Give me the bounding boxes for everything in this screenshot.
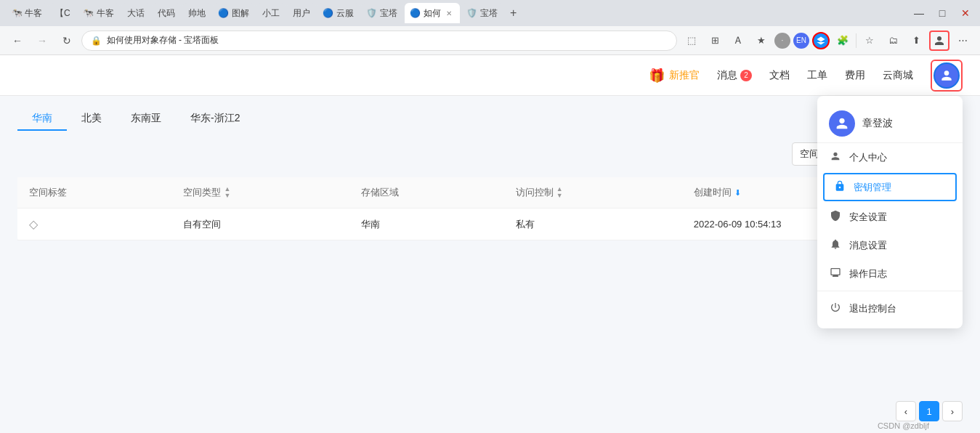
forward-button[interactable]: → — [32, 31, 52, 51]
region-tab-sea[interactable]: 东南亚 — [116, 108, 176, 131]
share-icon[interactable]: ⬆ — [906, 31, 926, 51]
col-header-access: 访问控制 ▲▼ — [504, 177, 682, 209]
extension-blue-icon[interactable] — [812, 32, 830, 49]
toolbar-icons: ⬚ ⊞ Ꭺ ★ · EN 🧩 ☆ 🗂 ⬆ ⋯ — [681, 31, 973, 51]
more-button[interactable]: ⋯ — [952, 31, 973, 51]
region-tab-south[interactable]: 华南 — [17, 108, 67, 131]
minimize-button[interactable]: — — [910, 4, 928, 22]
tab-ruhe[interactable]: 🔵 如何 ✕ — [405, 3, 460, 23]
tab-icon-niuke2: 🐄 — [84, 8, 94, 18]
pagination: ‹ 1 › — [896, 401, 963, 421]
lock-icon — [833, 180, 846, 194]
user-dropdown-menu: 章登波 个人中心 密钥管理 安全设置 — [817, 96, 963, 328]
address-bar[interactable]: 🔒 如何使用对象存储 - 宝塔面板 — [81, 31, 677, 51]
nav-message[interactable]: 消息 2 — [717, 69, 752, 82]
profile-nav-button[interactable] — [934, 62, 960, 89]
toolbar-divider — [856, 33, 857, 48]
favorites-icon[interactable]: ☆ — [859, 31, 880, 51]
tab-daima[interactable]: 代码 — [152, 3, 181, 23]
window-controls: — □ ✕ — [910, 4, 974, 22]
message-badge: 2 — [740, 70, 752, 81]
nav-store[interactable]: 云商城 — [883, 69, 913, 82]
sort-created-icon[interactable]: ⬇ — [734, 188, 741, 198]
col-header-tag: 空间标签 — [17, 177, 171, 209]
diamond-icon: ◇ — [29, 218, 38, 230]
power-icon — [829, 302, 842, 315]
tab-yunfu[interactable]: 🔵 云服 — [317, 3, 360, 23]
tab-bar: 🐄 牛客 【C 🐄 牛客 大话 代码 帅地 🔵 图解 小工 用户 🔵 — [0, 0, 980, 26]
cell-region: 华南 — [349, 209, 503, 240]
prev-page-button[interactable]: ‹ — [896, 401, 916, 421]
tab-niuke1[interactable]: 🐄 牛客 — [6, 3, 48, 23]
tab-baota2[interactable]: 🛡️ 宝塔 — [461, 3, 503, 23]
next-page-button[interactable]: › — [942, 401, 963, 421]
tab-icon-yunfu: 🔵 — [323, 8, 333, 18]
dropdown-avatar — [829, 110, 855, 137]
top-nav: 🎁 新推官 消息 2 文档 工单 费用 云商城 — [0, 55, 980, 96]
font-icon[interactable]: Ꭺ — [728, 31, 748, 51]
extension-puzzle-icon[interactable]: 🧩 — [833, 31, 853, 51]
page-content: 🎁 新推官 消息 2 文档 工单 费用 云商城 华南 — [0, 55, 980, 433]
tab-niuke2[interactable]: 🐄 牛客 — [78, 3, 120, 23]
dropdown-header: 章登波 — [817, 102, 963, 143]
cell-access: 私有 — [504, 209, 682, 240]
sort-access-icon[interactable]: ▲▼ — [556, 186, 563, 199]
tab-yonghu[interactable]: 用户 — [287, 3, 316, 23]
region-tab-north[interactable]: 北美 — [67, 108, 116, 131]
region-tab-east[interactable]: 华东-浙江2 — [176, 108, 254, 131]
dropdown-item-oplog[interactable]: 操作日志 — [817, 259, 963, 288]
extension-en-icon[interactable]: EN — [793, 33, 809, 49]
col-header-type: 空间类型 ▲▼ — [171, 177, 349, 209]
csdn-watermark: CSDN @zdbljf — [878, 421, 929, 430]
tab-tujie[interactable]: 🔵 图解 — [213, 3, 255, 23]
tab-icon-baota1: 🛡️ — [367, 8, 377, 18]
sort-type-icon[interactable]: ▲▼ — [224, 186, 230, 199]
close-button[interactable]: ✕ — [957, 4, 974, 22]
browser-toolbar: ← → ↻ 🔒 如何使用对象存储 - 宝塔面板 ⬚ ⊞ Ꭺ ★ · EN 🧩 ☆… — [0, 26, 980, 55]
tab-icon-ruhe: 🔵 — [410, 8, 421, 18]
dropdown-item-keymanage[interactable]: 密钥管理 — [825, 174, 955, 200]
collections-icon[interactable]: 🗂 — [883, 31, 903, 51]
monitor-icon — [829, 267, 842, 280]
new-tab-button[interactable]: + — [505, 4, 522, 22]
bell-icon — [829, 238, 842, 252]
back-button[interactable]: ← — [7, 31, 28, 51]
dropdown-username: 章登波 — [862, 117, 893, 130]
page-1-button[interactable]: 1 — [919, 401, 939, 421]
tab-shuaidi[interactable]: 帅地 — [182, 3, 211, 23]
cell-type: 自有空间 — [171, 209, 349, 240]
dropdown-item-logout[interactable]: 退出控制台 — [817, 294, 963, 323]
dropdown-item-personal[interactable]: 个人中心 — [817, 143, 963, 171]
tab-baota1[interactable]: 🛡️ 宝塔 — [361, 3, 403, 23]
tab-icon-tujie: 🔵 — [219, 8, 229, 18]
tab-xiaogong[interactable]: 小工 — [256, 3, 286, 23]
profile-nav-wrapper — [931, 60, 963, 92]
bookmark-icon[interactable]: ★ — [751, 31, 772, 51]
extension1-icon[interactable]: · — [774, 33, 790, 49]
dropdown-key-management-wrapper: 密钥管理 — [823, 173, 957, 201]
nav-fee[interactable]: 费用 — [845, 69, 865, 82]
tab-icon-niuke1: 🐄 — [12, 8, 22, 18]
maximize-button[interactable]: □ — [934, 4, 951, 22]
tab-close-ruhe[interactable]: ✕ — [444, 8, 454, 18]
grid-icon[interactable]: ⊞ — [705, 31, 725, 51]
tab-c[interactable]: 【C — [49, 3, 76, 23]
tab-icon-baota2: 🛡️ — [467, 8, 477, 18]
dropdown-divider — [817, 291, 963, 291]
nav-docs[interactable]: 文档 — [769, 69, 790, 82]
col-header-region: 存储区域 — [349, 177, 503, 209]
shield-icon — [829, 210, 842, 224]
profile-button[interactable] — [929, 31, 949, 51]
refresh-button[interactable]: ↻ — [57, 31, 77, 51]
cast-icon[interactable]: ⬚ — [681, 31, 702, 51]
tab-dahua[interactable]: 大话 — [121, 3, 150, 23]
gift-icon: 🎁 — [649, 68, 665, 84]
nav-ticket[interactable]: 工单 — [807, 69, 827, 82]
person-icon — [829, 150, 842, 164]
dropdown-item-security[interactable]: 安全设置 — [817, 203, 963, 231]
cell-tag: ◇ — [17, 209, 171, 240]
dropdown-item-message-settings[interactable]: 消息设置 — [817, 231, 963, 259]
nav-gift-item[interactable]: 🎁 新推官 — [649, 68, 700, 84]
